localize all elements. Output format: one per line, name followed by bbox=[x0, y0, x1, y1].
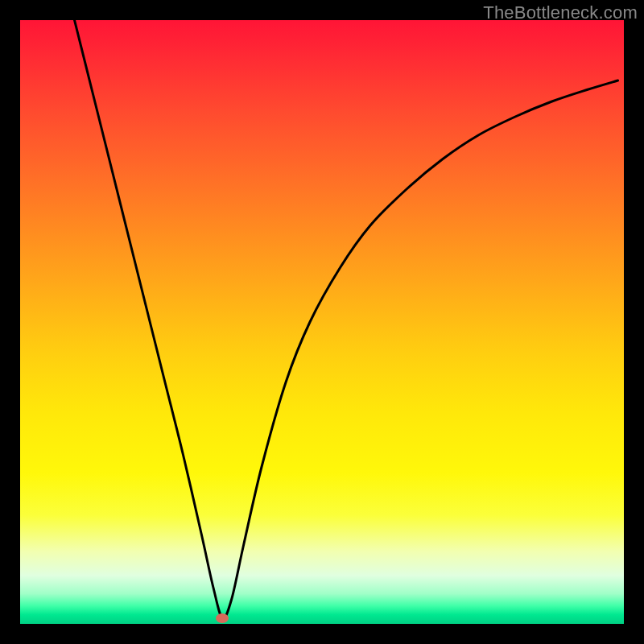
optimum-marker bbox=[216, 613, 229, 623]
watermark-text: TheBottleneck.com bbox=[483, 2, 638, 23]
chart-frame: TheBottleneck.com bbox=[0, 0, 644, 644]
bottleneck-curve bbox=[20, 20, 624, 624]
plot-area bbox=[20, 20, 624, 624]
